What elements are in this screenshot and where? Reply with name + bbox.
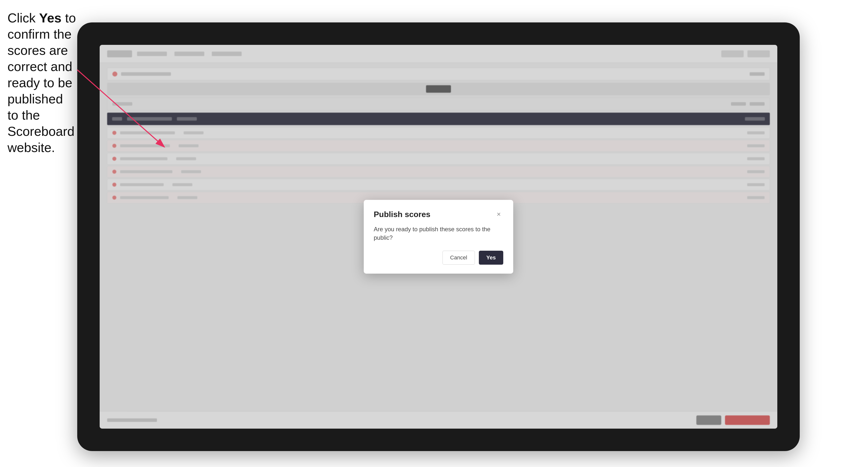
tablet-screen: Publish scores × Are you ready to publis… <box>100 45 777 429</box>
modal-close-button[interactable]: × <box>494 210 503 219</box>
modal-footer: Cancel Yes <box>374 251 503 264</box>
modal-title: Publish scores <box>374 210 431 219</box>
yes-button[interactable]: Yes <box>479 251 503 264</box>
modal-overlay: Publish scores × Are you ready to publis… <box>100 45 777 429</box>
publish-scores-modal: Publish scores × Are you ready to publis… <box>364 200 513 274</box>
cancel-button[interactable]: Cancel <box>442 251 475 264</box>
modal-body: Are you ready to publish these scores to… <box>374 225 503 242</box>
tablet-device: Publish scores × Are you ready to publis… <box>77 23 800 451</box>
modal-header: Publish scores × <box>374 210 503 219</box>
instruction-text: Click Yes to confirm the scores are corr… <box>7 10 77 156</box>
